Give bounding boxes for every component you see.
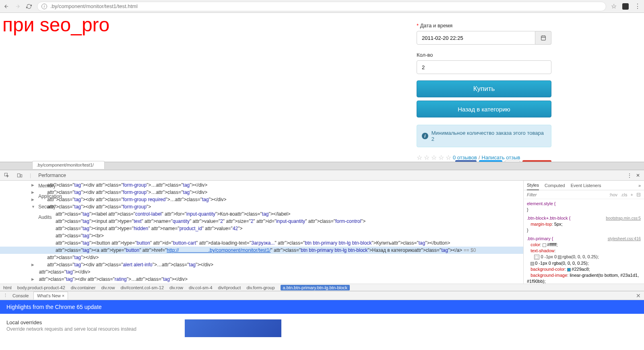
add-rule-icon[interactable]: + [631, 192, 633, 197]
styles-rules[interactable]: element.style {}bootstrap.min.css:5.btn-… [524, 199, 644, 284]
console-tab[interactable]: Console [12, 293, 29, 298]
dom-node[interactable]: attr">class="tag"></div> [0, 254, 523, 261]
inspect-icon[interactable] [4, 173, 10, 178]
device-toggle-icon[interactable] [17, 173, 23, 178]
hov-toggle[interactable]: :hov [609, 192, 617, 197]
pinterest-share[interactable]: Pin it [505, 160, 520, 162]
svg-rect-0 [541, 36, 545, 40]
breadcrumb-item[interactable]: div.form-group [246, 285, 275, 290]
browser-toolbar: i .by/component/monitor/test1/test.html … [0, 0, 644, 13]
whats-new-banner: Highlights from the Chrome 65 update [0, 300, 644, 314]
dom-breadcrumbs[interactable]: htmlbody.product-product-42div.container… [0, 284, 644, 291]
svg-rect-2 [17, 173, 20, 177]
url-text: .by/component/monitor/test1/test.html [50, 3, 138, 9]
devtools-close-icon[interactable]: ✕ [636, 173, 640, 178]
local-overrides-desc: Override network requests and serve loca… [6, 326, 136, 332]
breadcrumb-item[interactable]: div.row [169, 285, 183, 290]
more-tabs-icon[interactable]: » [638, 183, 641, 188]
back-to-category-button[interactable]: Назад в категорию [417, 101, 551, 117]
dom-node[interactable]: ▶ attr">class="tag"><div attr">class="al… [0, 261, 523, 268]
calendar-button[interactable] [535, 31, 551, 45]
site-info-icon[interactable]: i [41, 4, 47, 9]
star-icon: ☆ [417, 154, 422, 161]
dom-node[interactable]: attr">class="tag"><button attr">type="bu… [0, 239, 523, 247]
dom-node[interactable]: attr">class="tag"></div> [0, 268, 523, 276]
devtools-tab-performance[interactable]: Performance [38, 170, 66, 181]
dom-node[interactable]: ▶ attr">class="tag"><div attr">class="fo… [0, 196, 523, 203]
drawer-close-icon[interactable]: ✕ [636, 292, 641, 299]
facebook-like[interactable]: 👍 Like 0 [455, 160, 476, 162]
back-button[interactable] [3, 3, 10, 10]
reviews-link[interactable]: 0 отзывов [453, 154, 477, 161]
date-label: * Дата и время [417, 23, 551, 29]
date-input[interactable] [417, 31, 535, 45]
dom-node[interactable]: ▶ attr">class="tag"><div attr">class="ra… [0, 276, 523, 283]
breadcrumb-item[interactable]: div#content.col-sm-12 [120, 285, 164, 290]
devtools: .by/component/monitor/test1/ | ElementsC… [0, 162, 644, 339]
dom-node[interactable]: attr">class="tag"><br> [0, 232, 523, 239]
dom-node[interactable]: attr">class="tag"><a attr">type="button"… [0, 247, 523, 254]
devtools-tabs: | ElementsConsoleSourcesNetworkPerforman… [0, 170, 644, 181]
whats-new-tab[interactable]: What's New × [33, 292, 68, 300]
write-review-link[interactable]: Написать отзыв [482, 154, 520, 161]
page-content: при seo_pro * Дата и время Кол-во Купить… [0, 13, 644, 162]
breadcrumb-item[interactable]: body.product-product-42 [17, 285, 65, 290]
breadcrumb-item[interactable]: div.row [101, 285, 115, 290]
min-qty-alert: i Минимальное количество заказа этого то… [417, 125, 551, 147]
devtools-page-tab[interactable]: .by/component/monitor/test1/ [32, 161, 105, 169]
styles-tabs: Styles Computed Event Listeners » [524, 181, 644, 190]
elements-panel[interactable]: ▶ attr">class="tag"><div attr">class="fo… [0, 181, 523, 284]
local-overrides-title: Local overrides [6, 319, 136, 325]
reload-button[interactable] [26, 3, 32, 10]
cls-toggle[interactable]: .cls [621, 192, 627, 197]
star-icon: ☆ [446, 154, 451, 161]
dom-node[interactable]: ▶ attr">class="tag"><div attr">class="fo… [0, 189, 523, 196]
dom-node[interactable]: attr">class="tag"><input attr">type="tex… [0, 218, 523, 225]
devtools-drawer: ⋮ Console What's New × ✕ Highlights from… [0, 291, 644, 339]
star-icon: ☆ [431, 154, 437, 161]
devtools-menu-icon[interactable]: ⋮ [627, 173, 632, 178]
drawer-menu-icon[interactable]: ⋮ [3, 293, 8, 298]
social-buttons: 👍 Like 0 Твитнуть Pin it Поделиться [455, 160, 551, 162]
event-listeners-tab[interactable]: Event Listeners [571, 183, 601, 188]
breadcrumb-item[interactable]: div.container [71, 285, 96, 290]
extension-icon[interactable] [622, 3, 629, 10]
pin-icon[interactable]: ⊟ [636, 191, 641, 198]
dom-node[interactable]: attr">class="tag"><label attr">class="co… [0, 210, 523, 218]
qty-label: Кол-во [417, 52, 551, 58]
styles-filter-input[interactable] [527, 192, 606, 197]
breadcrumb-item[interactable]: div.col-sm-4 [189, 285, 212, 290]
breadcrumb-item[interactable]: html [3, 285, 12, 290]
star-icon: ☆ [424, 154, 429, 161]
svg-rect-3 [21, 174, 22, 177]
forward-button[interactable] [14, 3, 21, 10]
bookmark-star-icon[interactable]: ☆ [611, 2, 617, 10]
dom-node[interactable]: attr">class="tag"><input attr">type="hid… [0, 225, 523, 232]
breadcrumb-item[interactable]: div#product [218, 285, 241, 290]
dom-node[interactable]: ▶ attr">class="tag"><div attr">class="fo… [0, 181, 523, 189]
buy-button[interactable]: Купить [417, 80, 551, 97]
dom-node[interactable]: ▼ attr">class="tag"><div attr">class="fo… [0, 203, 523, 210]
gplus-share[interactable]: Поделиться [522, 160, 551, 162]
breadcrumb-item[interactable]: a.btn.btn-primary.btn-lg.btn-block [281, 285, 350, 290]
styles-panel: Styles Computed Event Listeners » :hov .… [523, 181, 644, 284]
styles-tab[interactable]: Styles [527, 181, 539, 190]
product-form: * Дата и время Кол-во Купить Назад в кат… [417, 23, 551, 161]
address-bar[interactable]: i .by/component/monitor/test1/test.html [37, 2, 606, 11]
feature-thumbnail [185, 319, 281, 337]
twitter-share[interactable]: Твитнуть [479, 160, 502, 162]
dom-node[interactable]: ::after [0, 283, 523, 284]
menu-icon[interactable]: ⋮ [634, 2, 641, 10]
qty-input[interactable] [417, 60, 551, 74]
computed-tab[interactable]: Computed [545, 183, 565, 188]
star-icon: ☆ [438, 154, 444, 161]
info-icon: i [422, 133, 428, 139]
